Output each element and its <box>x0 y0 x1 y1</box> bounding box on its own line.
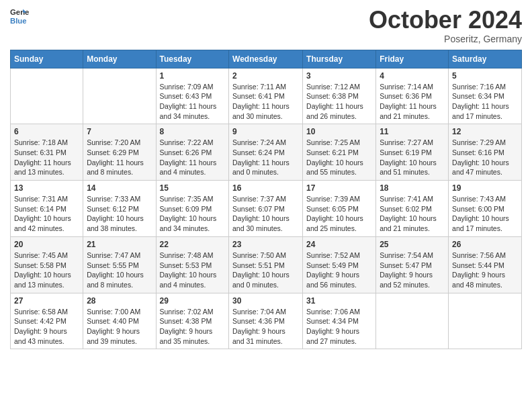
day-number: 6 <box>14 127 79 136</box>
title-area: October 2024 Poseritz, Germany <box>369 7 522 44</box>
day-number: 26 <box>452 240 518 249</box>
day-info: Sunrise: 7:48 AM Sunset: 5:53 PM Dayligh… <box>160 250 226 290</box>
col-friday: Friday <box>376 50 449 68</box>
table-row: 13Sunrise: 7:31 AM Sunset: 6:14 PM Dayli… <box>11 181 83 237</box>
day-info: Sunrise: 7:37 AM Sunset: 6:07 PM Dayligh… <box>232 194 299 234</box>
table-row: 6Sunrise: 7:18 AM Sunset: 6:31 PM Daylig… <box>11 124 83 181</box>
day-info: Sunrise: 7:04 AM Sunset: 4:36 PM Dayligh… <box>232 307 299 347</box>
day-number: 31 <box>306 296 372 306</box>
day-number: 3 <box>306 71 372 81</box>
table-row: 16Sunrise: 7:37 AM Sunset: 6:07 PM Dayli… <box>229 181 303 237</box>
table-row: 28Sunrise: 7:00 AM Sunset: 4:40 PM Dayli… <box>83 293 156 349</box>
table-row: 18Sunrise: 7:41 AM Sunset: 6:02 PM Dayli… <box>376 181 449 237</box>
day-info: Sunrise: 7:56 AM Sunset: 5:44 PM Dayligh… <box>452 250 518 290</box>
header: General Blue October 2024 Poseritz, Germ… <box>10 7 522 44</box>
day-number: 29 <box>160 296 226 306</box>
table-row: 2Sunrise: 7:11 AM Sunset: 6:41 PM Daylig… <box>229 68 303 124</box>
table-row: 9Sunrise: 7:24 AM Sunset: 6:24 PM Daylig… <box>229 124 303 181</box>
table-row <box>11 68 83 124</box>
day-number: 15 <box>160 183 226 193</box>
table-row: 22Sunrise: 7:48 AM Sunset: 5:53 PM Dayli… <box>156 236 229 293</box>
day-info: Sunrise: 7:11 AM Sunset: 6:41 PM Dayligh… <box>232 82 299 122</box>
calendar-header-row: Sunday Monday Tuesday Wednesday Thursday… <box>11 50 522 68</box>
day-info: Sunrise: 6:58 AM Sunset: 4:42 PM Dayligh… <box>14 307 79 347</box>
day-info: Sunrise: 7:54 AM Sunset: 5:47 PM Dayligh… <box>380 250 445 290</box>
day-number: 20 <box>14 240 79 249</box>
day-info: Sunrise: 7:31 AM Sunset: 6:14 PM Dayligh… <box>14 194 79 234</box>
table-row: 8Sunrise: 7:22 AM Sunset: 6:26 PM Daylig… <box>156 124 229 181</box>
day-info: Sunrise: 7:29 AM Sunset: 6:16 PM Dayligh… <box>452 138 518 177</box>
day-number: 13 <box>14 183 79 193</box>
logo: General Blue <box>10 7 29 26</box>
table-row: 7Sunrise: 7:20 AM Sunset: 6:29 PM Daylig… <box>83 124 156 181</box>
table-row: 31Sunrise: 7:06 AM Sunset: 4:34 PM Dayli… <box>303 293 376 349</box>
day-info: Sunrise: 7:33 AM Sunset: 6:12 PM Dayligh… <box>87 194 152 234</box>
week-row-2: 13Sunrise: 7:31 AM Sunset: 6:14 PM Dayli… <box>11 181 522 237</box>
col-saturday: Saturday <box>449 50 522 68</box>
table-row: 14Sunrise: 7:33 AM Sunset: 6:12 PM Dayli… <box>83 181 156 237</box>
table-row: 29Sunrise: 7:02 AM Sunset: 4:38 PM Dayli… <box>156 293 229 349</box>
day-number: 30 <box>232 296 299 306</box>
logo-icon: General Blue <box>10 7 29 26</box>
day-info: Sunrise: 7:20 AM Sunset: 6:29 PM Dayligh… <box>87 138 152 177</box>
day-info: Sunrise: 7:14 AM Sunset: 6:36 PM Dayligh… <box>380 82 445 122</box>
table-row <box>376 293 449 349</box>
col-sunday: Sunday <box>11 50 83 68</box>
day-number: 19 <box>452 183 518 193</box>
week-row-4: 27Sunrise: 6:58 AM Sunset: 4:42 PM Dayli… <box>11 293 522 349</box>
day-info: Sunrise: 7:06 AM Sunset: 4:34 PM Dayligh… <box>306 307 372 347</box>
day-info: Sunrise: 7:00 AM Sunset: 4:40 PM Dayligh… <box>87 307 152 347</box>
day-number: 25 <box>380 240 445 249</box>
day-info: Sunrise: 7:09 AM Sunset: 6:43 PM Dayligh… <box>160 82 226 122</box>
table-row: 25Sunrise: 7:54 AM Sunset: 5:47 PM Dayli… <box>376 236 449 293</box>
day-info: Sunrise: 7:02 AM Sunset: 4:38 PM Dayligh… <box>160 307 226 347</box>
day-info: Sunrise: 7:45 AM Sunset: 5:58 PM Dayligh… <box>14 250 79 290</box>
day-number: 14 <box>87 183 152 193</box>
location-subtitle: Poseritz, Germany <box>369 34 522 44</box>
month-title: October 2024 <box>369 7 522 34</box>
svg-text:Blue: Blue <box>10 17 27 25</box>
table-row <box>449 293 522 349</box>
day-number: 8 <box>160 127 226 136</box>
table-row: 1Sunrise: 7:09 AM Sunset: 6:43 PM Daylig… <box>156 68 229 124</box>
day-number: 16 <box>232 183 299 193</box>
table-row: 17Sunrise: 7:39 AM Sunset: 6:05 PM Dayli… <box>303 181 376 237</box>
day-number: 28 <box>87 296 152 306</box>
day-number: 18 <box>380 183 445 193</box>
calendar-table: Sunday Monday Tuesday Wednesday Thursday… <box>10 50 522 350</box>
day-number: 4 <box>380 71 445 81</box>
day-number: 7 <box>87 127 152 136</box>
table-row: 5Sunrise: 7:16 AM Sunset: 6:34 PM Daylig… <box>449 68 522 124</box>
day-info: Sunrise: 7:27 AM Sunset: 6:19 PM Dayligh… <box>380 138 445 177</box>
table-row: 11Sunrise: 7:27 AM Sunset: 6:19 PM Dayli… <box>376 124 449 181</box>
day-info: Sunrise: 7:22 AM Sunset: 6:26 PM Dayligh… <box>160 138 226 177</box>
table-row: 23Sunrise: 7:50 AM Sunset: 5:51 PM Dayli… <box>229 236 303 293</box>
day-number: 1 <box>160 71 226 81</box>
table-row <box>83 68 156 124</box>
col-tuesday: Tuesday <box>156 50 229 68</box>
week-row-0: 1Sunrise: 7:09 AM Sunset: 6:43 PM Daylig… <box>11 68 522 124</box>
day-info: Sunrise: 7:16 AM Sunset: 6:34 PM Dayligh… <box>452 82 518 122</box>
col-wednesday: Wednesday <box>229 50 303 68</box>
day-number: 11 <box>380 127 445 136</box>
day-info: Sunrise: 7:35 AM Sunset: 6:09 PM Dayligh… <box>160 194 226 234</box>
day-number: 24 <box>306 240 372 249</box>
day-number: 10 <box>306 127 372 136</box>
day-number: 5 <box>452 71 518 81</box>
table-row: 26Sunrise: 7:56 AM Sunset: 5:44 PM Dayli… <box>449 236 522 293</box>
week-row-3: 20Sunrise: 7:45 AM Sunset: 5:58 PM Dayli… <box>11 236 522 293</box>
table-row: 15Sunrise: 7:35 AM Sunset: 6:09 PM Dayli… <box>156 181 229 237</box>
col-thursday: Thursday <box>303 50 376 68</box>
day-info: Sunrise: 7:12 AM Sunset: 6:38 PM Dayligh… <box>306 82 372 122</box>
page: General Blue October 2024 Poseritz, Germ… <box>0 0 532 411</box>
day-number: 12 <box>452 127 518 136</box>
day-info: Sunrise: 7:25 AM Sunset: 6:21 PM Dayligh… <box>306 138 372 177</box>
day-info: Sunrise: 7:50 AM Sunset: 5:51 PM Dayligh… <box>232 250 299 290</box>
day-info: Sunrise: 7:24 AM Sunset: 6:24 PM Dayligh… <box>232 138 299 177</box>
table-row: 10Sunrise: 7:25 AM Sunset: 6:21 PM Dayli… <box>303 124 376 181</box>
day-number: 22 <box>160 240 226 249</box>
table-row: 24Sunrise: 7:52 AM Sunset: 5:49 PM Dayli… <box>303 236 376 293</box>
table-row: 12Sunrise: 7:29 AM Sunset: 6:16 PM Dayli… <box>449 124 522 181</box>
table-row: 21Sunrise: 7:47 AM Sunset: 5:55 PM Dayli… <box>83 236 156 293</box>
day-info: Sunrise: 7:43 AM Sunset: 6:00 PM Dayligh… <box>452 194 518 234</box>
